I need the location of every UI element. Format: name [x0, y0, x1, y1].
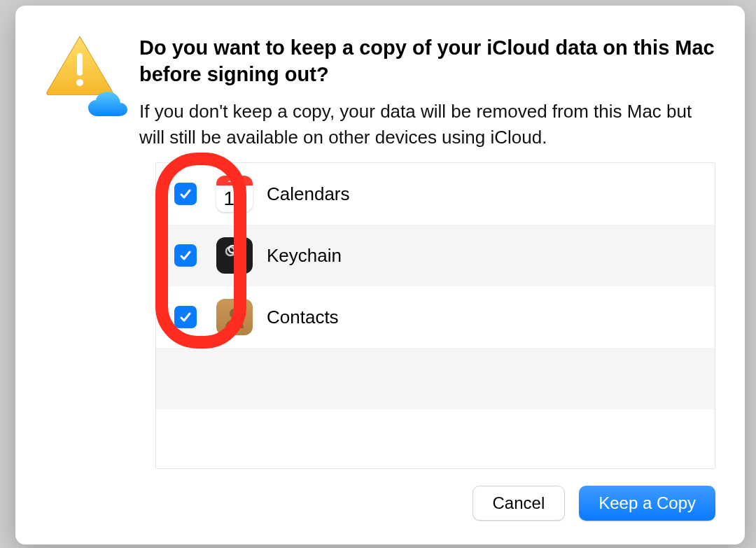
svg-rect-0	[77, 53, 83, 76]
calendar-app-icon: JUL 17	[216, 176, 253, 212]
svg-point-1	[76, 79, 83, 86]
list-item-contacts: Contacts	[156, 286, 715, 348]
checkbox-calendars[interactable]	[174, 183, 197, 205]
keychain-app-icon	[216, 237, 253, 274]
list-item-empty	[156, 348, 715, 409]
check-icon	[178, 248, 192, 262]
svg-point-4	[230, 309, 239, 318]
dialog-icon-container	[45, 34, 122, 111]
check-icon	[178, 310, 192, 324]
dialog-header: Do you want to keep a copy of your iClou…	[45, 34, 715, 150]
signout-dialog: Do you want to keep a copy of your iClou…	[15, 6, 745, 545]
dialog-text: Do you want to keep a copy of your iClou…	[139, 34, 715, 150]
icloud-icon	[87, 91, 129, 119]
warning-icon	[45, 34, 115, 95]
data-category-list: JUL 17 Calendars Keychain	[155, 162, 715, 469]
keys-icon	[221, 242, 248, 269]
check-icon	[178, 187, 192, 201]
dialog-subtitle: If you don't keep a copy, your data will…	[139, 99, 715, 150]
list-item-keychain: Keychain	[156, 225, 715, 286]
dialog-title: Do you want to keep a copy of your iClou…	[139, 35, 715, 87]
contacts-app-icon	[216, 299, 253, 335]
list-item-calendars: JUL 17 Calendars	[156, 163, 715, 225]
item-label: Calendars	[267, 183, 350, 205]
checkbox-contacts[interactable]	[174, 306, 197, 328]
item-label: Contacts	[267, 307, 339, 328]
keep-copy-button[interactable]: Keep a Copy	[579, 486, 715, 521]
person-icon	[220, 303, 248, 331]
calendar-month-label: JUL	[216, 176, 253, 185]
list-item-empty	[156, 409, 715, 469]
calendar-day-label: 17	[223, 185, 245, 212]
dialog-actions: Cancel Keep a Copy	[45, 486, 715, 521]
cancel-button[interactable]: Cancel	[472, 486, 566, 521]
item-label: Keychain	[267, 245, 342, 267]
checkbox-keychain[interactable]	[174, 244, 197, 267]
